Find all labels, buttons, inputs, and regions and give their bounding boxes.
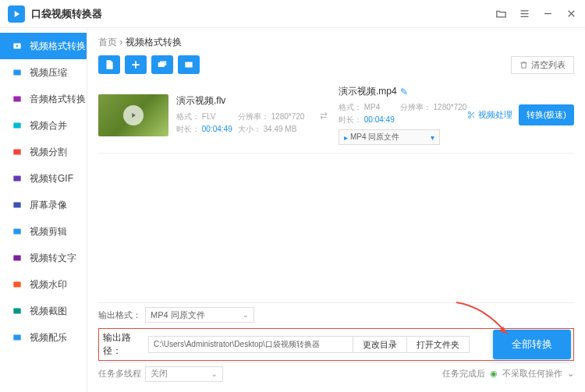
convert-all-button[interactable]: 全部转换 (493, 330, 571, 359)
output-filename: 演示视频.mp4 (339, 85, 397, 98)
sidebar-item-label: 视频截图 (30, 305, 67, 318)
crumb-home[interactable]: 首页 (98, 37, 117, 48)
sidebar-item-video-convert[interactable]: 视频格式转换 (0, 33, 87, 59)
menu-icon[interactable] (518, 8, 530, 20)
app-logo (8, 5, 25, 23)
svg-point-15 (468, 111, 470, 114)
svg-rect-5 (13, 176, 20, 182)
toolbar: 清空列表 (98, 55, 574, 74)
output-path-label: 输出路径： (101, 331, 148, 358)
sidebar-item-label: 视频转文字 (30, 252, 76, 265)
music-icon (11, 331, 23, 344)
svg-rect-6 (13, 203, 20, 208)
merge-icon (11, 119, 23, 132)
after-done-label: 任务完成后 (442, 368, 485, 380)
add-file-button[interactable] (98, 55, 120, 74)
trash-icon (519, 61, 528, 69)
sidebar-item-text[interactable]: 视频转文字 (0, 245, 87, 271)
svg-rect-9 (13, 282, 20, 288)
svg-rect-10 (13, 309, 20, 314)
check-icon: ◉ (490, 369, 498, 379)
sidebar-item-label: 视频水印 (30, 278, 67, 291)
sidebar-item-label: 视频配乐 (30, 331, 67, 344)
sidebar-item-screenshot[interactable]: 视频截图 (0, 298, 87, 324)
sidebar-item-label: 视频格式转换 (30, 40, 86, 53)
video-item-row: 演示视频.flv 格式： FLV 分辨率： 1280*720 时长： 00:04… (98, 80, 574, 154)
svg-rect-13 (160, 61, 166, 65)
svg-point-16 (468, 116, 470, 118)
svg-rect-14 (185, 62, 192, 68)
svg-rect-4 (13, 150, 20, 155)
source-filename: 演示视频.flv (176, 94, 309, 108)
minimize-button[interactable] (541, 8, 554, 20)
sidebar-item-label: 屏幕录像 (30, 199, 67, 212)
record-icon (11, 199, 23, 211)
sidebar: 视频格式转换 视频压缩 音频格式转换 视频合并 视频分割 视频转GIF 屏幕录像… (0, 28, 87, 392)
chevron-down-icon: ⌄ (243, 311, 249, 319)
split-icon (11, 146, 23, 158)
add-folder-button[interactable] (125, 55, 147, 74)
sidebar-item-label: 音频格式转换 (30, 93, 86, 106)
watermark-icon (11, 278, 23, 291)
audio-icon (11, 93, 23, 105)
sidebar-item-label: 视频压缩 (30, 66, 67, 79)
close-button[interactable] (565, 8, 577, 20)
sidebar-item-record[interactable]: 屏幕录像 (0, 192, 87, 218)
add-batch-button[interactable] (151, 55, 173, 74)
content: 首页 › 视频格式转换 清空列表 演示视频.flv 格式： FLV 分辨率： 1… (87, 28, 585, 392)
output-format-label: 输出格式： (98, 309, 145, 321)
source-info: 演示视频.flv 格式： FLV 分辨率： 1280*720 时长： 00:04… (176, 94, 309, 136)
app-title: 口袋视频转换器 (31, 7, 495, 21)
svg-rect-7 (13, 229, 20, 235)
thread-label: 任务多线程 (98, 368, 145, 380)
svg-rect-11 (13, 335, 20, 341)
gif-icon (11, 172, 23, 185)
folder-icon[interactable] (495, 8, 507, 20)
svg-rect-3 (13, 123, 20, 129)
output-info: 演示视频.mp4 ✎ 格式： MP4 分辨率： 1280*720 时长： 00:… (339, 85, 466, 145)
after-done-value: 不采取任何操作 (502, 368, 562, 380)
sidebar-item-label: 视频合并 (30, 119, 67, 132)
chevron-down-icon[interactable]: ⌄ (567, 369, 574, 379)
screenshot-icon (11, 305, 23, 317)
convert-icon (11, 40, 23, 52)
sidebar-item-split[interactable]: 视频分割 (0, 139, 87, 165)
output-format-select[interactable]: MP4 同原文件 ⌄ (145, 307, 254, 323)
sidebar-item-audio-convert[interactable]: 音频格式转换 (0, 86, 87, 112)
output-path-input[interactable]: C:\Users\Administrator\Desktop\口袋视频转换器 (148, 336, 353, 353)
sidebar-item-music[interactable]: 视频配乐 (0, 324, 87, 351)
sidebar-item-compress[interactable]: 视频压缩 (0, 59, 87, 86)
chevron-down-icon: ⌄ (211, 370, 218, 378)
chevron-down-icon: ▾ (431, 133, 434, 142)
change-dir-button[interactable]: 更改目录 (353, 336, 407, 353)
svg-rect-2 (13, 97, 20, 102)
titlebar: 口袋视频转换器 (0, 0, 585, 28)
text-icon (11, 252, 23, 264)
open-folder-button[interactable]: 打开文件夹 (407, 336, 470, 353)
video-thumbnail[interactable] (98, 94, 168, 136)
edit-name-icon[interactable]: ✎ (400, 87, 408, 97)
play-icon (123, 105, 144, 125)
sidebar-item-label: 视频分割 (30, 146, 67, 159)
breadcrumb: 首页 › 视频格式转换 (98, 36, 574, 49)
scissors-icon (467, 111, 476, 119)
svg-rect-1 (13, 70, 20, 76)
thread-select[interactable]: 关闭 ⌄ (145, 366, 223, 382)
swap-icon: ⇄ (320, 110, 328, 121)
compress-icon (11, 66, 23, 79)
add-url-button[interactable] (178, 55, 200, 74)
sidebar-item-label: 视频剪辑 (30, 225, 67, 238)
sidebar-item-gif[interactable]: 视频转GIF (0, 165, 87, 192)
video-process-link[interactable]: 视频处理 (467, 109, 512, 121)
clear-list-button[interactable]: 清空列表 (511, 56, 574, 74)
cut-icon (11, 225, 23, 238)
convert-item-button[interactable]: 转换(极速) (519, 104, 574, 125)
item-format-select[interactable]: ▸ MP4 同原文件 ▾ (339, 129, 440, 145)
sidebar-item-watermark[interactable]: 视频水印 (0, 271, 87, 298)
sidebar-item-label: 视频转GIF (30, 172, 73, 185)
svg-rect-8 (13, 256, 20, 261)
sidebar-item-merge[interactable]: 视频合并 (0, 112, 87, 139)
sidebar-item-cut[interactable]: 视频剪辑 (0, 218, 87, 245)
crumb-current: 视频格式转换 (126, 37, 182, 48)
